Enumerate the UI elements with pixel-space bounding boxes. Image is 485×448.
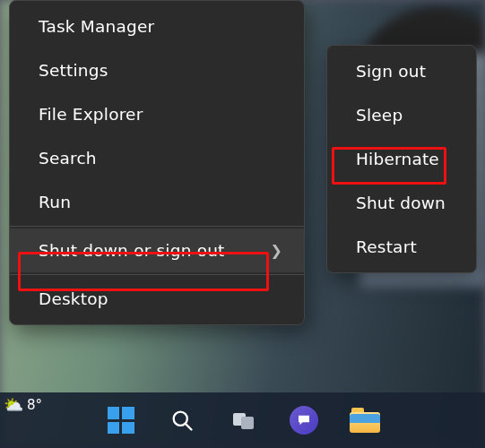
menu-item-label: Desktop — [39, 289, 108, 308]
menu-item-label: Restart — [356, 237, 417, 256]
menu-item-label: Run — [39, 193, 71, 211]
weather-icon: ⛅ — [4, 395, 23, 414]
menu-item-settings[interactable]: Settings — [10, 48, 304, 92]
taskbar-weather-widget[interactable]: ⛅ 8° — [4, 395, 42, 414]
menu-item-label: Hibernate — [356, 150, 439, 168]
menu-item-label: Sign out — [356, 62, 426, 81]
search-icon — [169, 408, 195, 433]
start-button[interactable] — [102, 401, 140, 439]
svg-rect-3 — [241, 417, 254, 429]
winx-context-menu: Task Manager Settings File Explorer Sear… — [9, 0, 305, 325]
start-icon — [108, 407, 134, 434]
chat-icon — [290, 406, 318, 435]
menu-item-shut-down-or-sign-out[interactable]: Shut down or sign out ❯ — [10, 228, 304, 272]
menu-item-label: Settings — [39, 61, 108, 80]
menu-item-run[interactable]: Run — [10, 180, 304, 224]
taskbar-center — [102, 401, 384, 439]
menu-item-search[interactable]: Search — [10, 136, 304, 180]
menu-separator — [10, 226, 304, 227]
taskbar-task-view-button[interactable] — [224, 401, 262, 439]
task-view-icon — [230, 408, 255, 433]
taskbar: ⛅ 8° — [0, 392, 485, 448]
submenu-item-sleep[interactable]: Sleep — [327, 93, 476, 137]
power-submenu: Sign out Sleep Hibernate Shut down Resta… — [326, 45, 477, 273]
taskbar-file-explorer-button[interactable] — [346, 401, 384, 439]
submenu-item-restart[interactable]: Restart — [327, 225, 476, 269]
menu-item-label: Search — [39, 149, 97, 168]
file-explorer-icon — [350, 408, 380, 433]
menu-item-label: Shut down or sign out — [39, 241, 225, 260]
chevron-right-icon: ❯ — [270, 242, 282, 259]
menu-item-file-explorer[interactable]: File Explorer — [10, 92, 304, 136]
menu-item-task-manager[interactable]: Task Manager — [10, 4, 304, 48]
menu-item-label: Task Manager — [39, 17, 154, 36]
menu-item-label: File Explorer — [39, 105, 143, 124]
menu-item-desktop[interactable]: Desktop — [10, 277, 304, 321]
menu-item-label: Sleep — [356, 106, 403, 125]
menu-item-label: Shut down — [356, 194, 446, 212]
submenu-item-hibernate[interactable]: Hibernate — [327, 137, 476, 181]
submenu-item-shut-down[interactable]: Shut down — [327, 181, 476, 225]
submenu-item-sign-out[interactable]: Sign out — [327, 49, 476, 93]
svg-line-1 — [186, 424, 191, 429]
menu-separator — [10, 274, 304, 275]
taskbar-chat-button[interactable] — [285, 401, 323, 439]
taskbar-search-button[interactable] — [163, 401, 201, 439]
weather-temp: 8° — [27, 397, 42, 413]
